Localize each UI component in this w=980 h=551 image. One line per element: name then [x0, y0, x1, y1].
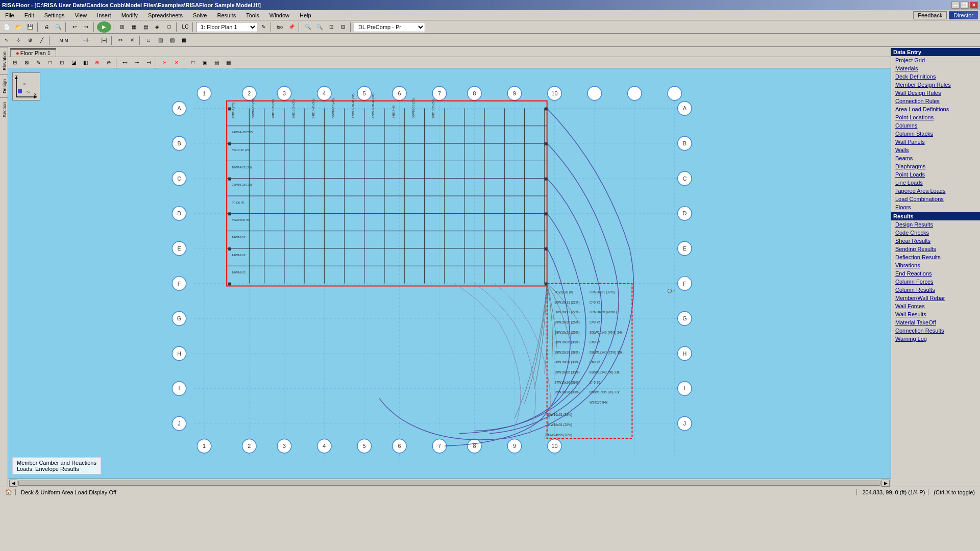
panel-end-reactions[interactable]: End Reactions — [891, 269, 980, 278]
beam2-button[interactable]: ⊣⊢ — [76, 35, 98, 46]
iso-button[interactable]: ⬡ — [163, 21, 175, 33]
panel-column-forces[interactable]: Column Forces — [891, 278, 980, 286]
panel-floors[interactable]: Floors — [891, 203, 980, 211]
lc-button[interactable]: LC — [180, 21, 191, 33]
panel-column-results[interactable]: Column Results — [891, 286, 980, 294]
menu-settings[interactable]: Settings — [41, 12, 68, 19]
panel-line-loads[interactable]: Line Loads — [891, 179, 980, 187]
draw-tb17[interactable]: ▤ — [211, 57, 222, 68]
run-button[interactable]: ▶ — [97, 21, 111, 33]
menu-window[interactable]: Window — [266, 12, 292, 19]
draw-tb8[interactable]: ⊕ — [91, 57, 103, 68]
draw-tb15[interactable]: □ — [187, 57, 199, 68]
select-button[interactable]: ↖ — [1, 35, 12, 46]
draw-tb3[interactable]: ✎ — [33, 57, 44, 68]
panel-deflection-results[interactable]: Deflection Results — [891, 253, 980, 261]
panel-code-checks[interactable]: Code Checks — [891, 229, 980, 237]
panel-design-results[interactable]: Design Results — [891, 220, 980, 229]
panel-shear-results[interactable]: Shear Results — [891, 237, 980, 245]
panel-warning-log[interactable]: Warning Log — [891, 335, 980, 343]
draw-tb1[interactable]: ⊟ — [9, 57, 20, 68]
elevation-tab[interactable]: Elevation — [0, 47, 8, 74]
section-tab[interactable]: Section — [0, 97, 8, 121]
redo-button[interactable]: ↪ — [81, 21, 92, 33]
panel-wall-forces[interactable]: Wall Forces — [891, 302, 980, 310]
cut-button[interactable]: ✂ — [115, 35, 126, 46]
menu-view[interactable]: View — [71, 12, 90, 19]
draw-tb11[interactable]: ⊸ — [131, 57, 142, 68]
panel-member-wall-rebar[interactable]: Member/Wall Rebar — [891, 294, 980, 302]
zoom-out-button[interactable]: 🔍 — [314, 21, 325, 33]
print-preview-button[interactable]: 🔍 — [53, 21, 64, 33]
open-button[interactable]: 📂 — [13, 21, 24, 33]
draw-tb18[interactable]: ▦ — [223, 57, 234, 68]
3d-button[interactable]: ◈ — [152, 21, 163, 33]
square4-button[interactable]: ▩ — [178, 35, 189, 46]
panel-connection-rules[interactable]: Connection Rules — [891, 97, 980, 105]
table-button[interactable]: ▦ — [128, 21, 139, 33]
square2-button[interactable]: ▧ — [155, 35, 166, 46]
square1-button[interactable]: □ — [143, 35, 154, 46]
scrollbar-bottom[interactable]: ◀ ▶ — [8, 479, 891, 487]
panel-deck-definitions[interactable]: Deck Definitions — [891, 72, 980, 81]
scroll-right-button[interactable]: ▶ — [881, 480, 890, 487]
panel-tapered-area-loads[interactable]: Tapered Area Loads — [891, 187, 980, 195]
menu-spreadsheets[interactable]: Spreadsheets — [145, 12, 186, 19]
menu-help[interactable]: Help — [297, 12, 314, 19]
zoom-window-button[interactable]: ⊟ — [337, 21, 349, 33]
pin-button[interactable]: 📌 — [286, 21, 297, 33]
grid-button[interactable]: ⊞ — [116, 21, 128, 33]
director-button[interactable]: Director — [949, 11, 978, 19]
zoom-fit-button[interactable]: ⊡ — [326, 21, 337, 33]
select2-button[interactable]: ⊹ — [13, 35, 24, 46]
draw-tb13[interactable]: ✂ — [159, 57, 170, 68]
app-close-button[interactable]: ✕ — [970, 2, 978, 9]
undo-button[interactable]: ↩ — [69, 21, 80, 33]
draw-line-button[interactable]: ╱ — [36, 35, 47, 46]
panel-materials[interactable]: Materials — [891, 64, 980, 72]
panel-point-loads[interactable]: Point Loads — [891, 170, 980, 179]
save-button[interactable]: 💾 — [24, 21, 36, 33]
delete-button[interactable]: ✕ — [127, 35, 138, 46]
scroll-left-button[interactable]: ◀ — [9, 480, 17, 487]
zoom-in-button[interactable]: 🔍 — [302, 21, 313, 33]
panel-beams[interactable]: Beams — [891, 154, 980, 162]
menu-tools[interactable]: Tools — [243, 12, 262, 19]
print-button[interactable]: 🖨 — [41, 21, 52, 33]
draw-tb14[interactable]: ✕ — [171, 57, 182, 68]
draw-tb12[interactable]: ⊣ — [143, 57, 154, 68]
load-combo-dropdown[interactable]: DL PreComp - Pr — [354, 22, 425, 32]
draw-tb2[interactable]: ⊠ — [21, 57, 32, 68]
panel-load-combinations[interactable]: Load Combinations — [891, 195, 980, 203]
iso-view-button[interactable]: Iso — [274, 21, 285, 33]
panel-column-stacks[interactable]: Column Stacks — [891, 130, 980, 138]
draw-tb10[interactable]: ⊷ — [119, 57, 131, 68]
panel-project-grid[interactable]: Project Grid — [891, 56, 980, 64]
square3-button[interactable]: ▨ — [166, 35, 178, 46]
draw-tb6[interactable]: ◪ — [68, 57, 79, 68]
design-tab[interactable]: Design — [0, 74, 8, 97]
menu-results[interactable]: Results — [214, 12, 239, 19]
panel-point-locations[interactable]: Point Locations — [891, 113, 980, 121]
panel-wall-results[interactable]: Wall Results — [891, 310, 980, 318]
floor-dropdown[interactable]: 1: Floor Plan 1 — [196, 22, 257, 32]
table2-button[interactable]: ▤ — [140, 21, 151, 33]
floor-plan-tab[interactable]: ●Floor Plan 1 — [10, 48, 56, 57]
menu-insert[interactable]: Insert — [94, 12, 114, 19]
draw-tb16[interactable]: ▣ — [199, 57, 210, 68]
scroll-track[interactable] — [18, 481, 880, 486]
feedback-button[interactable]: Feedback — [913, 11, 947, 19]
panel-connection-results[interactable]: Connection Results — [891, 327, 980, 335]
snap-button[interactable]: ⊕ — [24, 35, 36, 46]
panel-material-takeoff[interactable]: Material TakeOff — [891, 318, 980, 327]
floor-edit-button[interactable]: ✎ — [258, 21, 269, 33]
panel-wall-panels[interactable]: Wall Panels — [891, 138, 980, 146]
beam-button[interactable]: M M — [53, 35, 75, 46]
floor-plan-canvas[interactable]: x z ✕ 57 — [8, 68, 891, 479]
panel-member-design-rules[interactable]: Member Design Rules — [891, 81, 980, 89]
menu-file[interactable]: File — [2, 12, 17, 19]
panel-walls[interactable]: Walls — [891, 146, 980, 154]
panel-vibrations[interactable]: Vibrations — [891, 261, 980, 269]
panel-columns[interactable]: Columns — [891, 121, 980, 130]
app-restore-button[interactable]: ❐ — [961, 2, 969, 9]
